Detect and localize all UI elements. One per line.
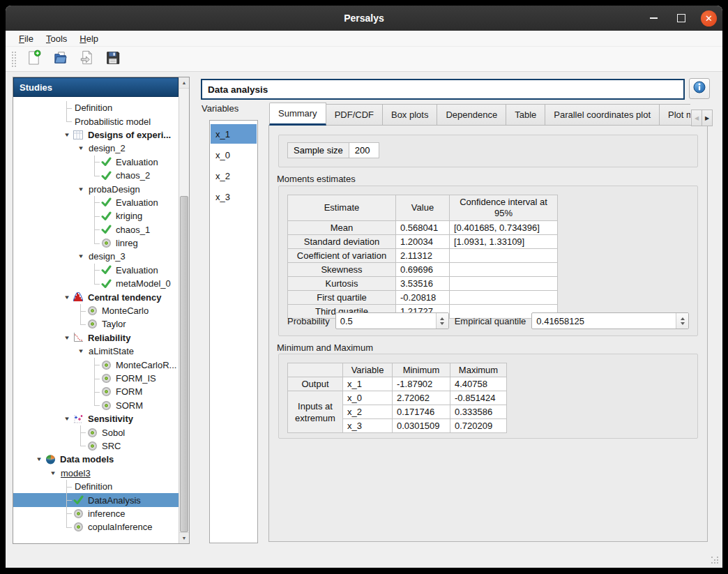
tree-item-probabilistic-model[interactable]: Probabilistic model bbox=[13, 114, 189, 128]
resize-grip[interactable] bbox=[711, 557, 720, 565]
spinbox-arrows[interactable] bbox=[436, 313, 448, 328]
spin-down-icon[interactable] bbox=[681, 322, 685, 325]
tree-item-design-3[interactable]: ▼design_3 bbox=[13, 250, 189, 263]
probability-value[interactable]: 0.5 bbox=[336, 313, 436, 328]
minimize-button[interactable] bbox=[645, 10, 662, 27]
tree-item-evaluation[interactable]: Evaluation bbox=[13, 156, 189, 169]
save-button[interactable] bbox=[103, 49, 123, 70]
gear-icon bbox=[86, 440, 98, 451]
tree-item-model3[interactable]: ▼model3 bbox=[13, 467, 189, 480]
variable-item-x-2[interactable]: x_2 bbox=[211, 166, 257, 186]
chevron-down-icon[interactable]: ▼ bbox=[77, 186, 84, 192]
tree-branch-line bbox=[89, 196, 100, 209]
chevron-down-icon[interactable]: ▼ bbox=[50, 470, 56, 476]
menu-help[interactable]: Help bbox=[73, 32, 105, 45]
tree-item-definition[interactable]: Definition bbox=[13, 101, 189, 114]
analysis-name-text: Data analysis bbox=[208, 84, 268, 95]
variable-item-x-1[interactable]: x_1 bbox=[211, 124, 257, 144]
menu-tools[interactable]: Tools bbox=[40, 32, 73, 45]
tree-item-sorm[interactable]: SORM bbox=[13, 399, 189, 412]
tree-item-chaos-2[interactable]: chaos_2 bbox=[13, 169, 189, 182]
import-button[interactable] bbox=[76, 49, 97, 70]
check-icon bbox=[100, 170, 112, 181]
analysis-name-input[interactable]: Data analysis bbox=[201, 79, 685, 100]
chevron-down-icon[interactable]: ▼ bbox=[77, 348, 84, 354]
tree-item-inference[interactable]: inference bbox=[13, 507, 189, 520]
table-row: Kurtosis3.53516 bbox=[288, 277, 558, 291]
studies-header-label: Studies bbox=[20, 82, 52, 93]
studies-tree: DefinitionProbabilistic model▼Designs of… bbox=[13, 97, 189, 539]
tab-pdf-cdf[interactable]: PDF/CDF bbox=[326, 104, 383, 126]
scrollbar-up-button[interactable]: ▲ bbox=[179, 77, 189, 89]
tree-item-definition[interactable]: Definition bbox=[13, 480, 189, 493]
tree-item-sobol[interactable]: Sobol bbox=[13, 425, 189, 439]
tree-item-linreg[interactable]: linreg bbox=[13, 236, 189, 250]
tree-item-evaluation[interactable]: Evaluation bbox=[13, 264, 189, 277]
info-button[interactable] bbox=[689, 78, 710, 99]
spinbox-arrows[interactable] bbox=[676, 313, 688, 328]
tree-item-montecarlor[interactable]: MonteCarloR... bbox=[13, 358, 189, 371]
tree-item-metamodel-0[interactable]: metaModel_0 bbox=[13, 277, 189, 290]
tree-item-probadesign[interactable]: ▼probaDesign bbox=[13, 182, 189, 195]
chevron-down-icon[interactable]: ▼ bbox=[63, 132, 70, 138]
tab-parallel-coordinates-plot[interactable]: Parallel coordinates plot bbox=[545, 104, 660, 126]
tree-item-data-models[interactable]: ▼Data models bbox=[13, 453, 189, 466]
variable-item-x-0[interactable]: x_0 bbox=[211, 145, 257, 165]
tree-item-designs-of-experi[interactable]: ▼Designs of experi... bbox=[13, 128, 189, 142]
tree-item-form-is[interactable]: FORM_IS bbox=[13, 372, 189, 385]
tab-table[interactable]: Table bbox=[506, 104, 545, 126]
application-window: Persalys ✕ File Tools Help Studies Defin… bbox=[6, 6, 722, 568]
tree-item-dataanalysis[interactable]: DataAnalysis bbox=[13, 493, 189, 506]
tree-item-src[interactable]: SRC bbox=[13, 439, 189, 453]
tree-item-design-2[interactable]: ▼design_2 bbox=[13, 142, 189, 155]
chevron-down-icon[interactable]: ▼ bbox=[63, 335, 70, 341]
central-tendency-icon bbox=[73, 292, 84, 303]
variable-item-x-3[interactable]: x_3 bbox=[211, 187, 257, 206]
chevron-down-icon[interactable]: ▼ bbox=[36, 456, 43, 462]
tree-item-form[interactable]: FORM bbox=[13, 385, 189, 398]
tab-scroll-right-button[interactable]: ▶ bbox=[702, 109, 713, 126]
tree-branch-line bbox=[75, 425, 86, 439]
minmax-value: x_3 bbox=[343, 419, 393, 433]
tab-dependence[interactable]: Dependence bbox=[437, 104, 506, 126]
tree-item-reliability[interactable]: ▼Reliability bbox=[13, 331, 189, 345]
maximize-button[interactable] bbox=[673, 10, 690, 27]
menu-file[interactable]: File bbox=[13, 32, 40, 45]
tab-plot-matrix[interactable]: Plot matrix bbox=[660, 104, 690, 126]
tree-indent: ▼ bbox=[61, 412, 73, 425]
tree-branch-line bbox=[61, 493, 73, 506]
tree-item-evaluation[interactable]: Evaluation bbox=[13, 196, 189, 209]
chevron-down-icon[interactable]: ▼ bbox=[63, 294, 70, 301]
tree-item-montecarlo[interactable]: MonteCarlo bbox=[13, 304, 189, 317]
tree-item-alimitstate[interactable]: ▼aLimitState bbox=[13, 345, 189, 358]
spin-up-icon[interactable] bbox=[681, 317, 685, 320]
empirical-quantile-spinbox[interactable]: 0.41658125 bbox=[531, 312, 689, 329]
tree-item-central-tendency[interactable]: ▼Central tendency bbox=[13, 290, 189, 303]
tree-item-kriging[interactable]: kriging bbox=[13, 209, 189, 222]
chevron-down-icon[interactable]: ▼ bbox=[63, 416, 70, 422]
tree-branch-line bbox=[89, 372, 100, 385]
tree-item-label: metaModel_0 bbox=[114, 278, 173, 289]
title-bar[interactable]: Persalys ✕ bbox=[6, 6, 722, 31]
probability-spinbox[interactable]: 0.5 bbox=[335, 312, 449, 329]
tree-item-taylor[interactable]: Taylor bbox=[13, 317, 189, 331]
spin-up-icon[interactable] bbox=[440, 317, 444, 320]
empirical-quantile-value[interactable]: 0.41658125 bbox=[532, 313, 676, 328]
new-study-button[interactable] bbox=[23, 49, 44, 70]
tree-item-chaos-1[interactable]: chaos_1 bbox=[13, 223, 189, 236]
spin-down-icon[interactable] bbox=[440, 322, 444, 325]
scrollbar-thumb[interactable] bbox=[180, 196, 188, 532]
tree-item-copulainference[interactable]: copulaInference bbox=[13, 520, 189, 534]
tab-scroll-left-button[interactable]: ◀ bbox=[691, 109, 702, 126]
scrollbar-down-button[interactable]: ▼ bbox=[179, 532, 189, 543]
tree-item-label: copulaInference bbox=[86, 522, 155, 532]
tree-item-sensitivity[interactable]: ▼Sensitivity bbox=[13, 412, 189, 425]
tab-summary[interactable]: Summary bbox=[269, 103, 326, 126]
chevron-down-icon[interactable]: ▼ bbox=[77, 253, 84, 259]
close-button[interactable]: ✕ bbox=[701, 10, 717, 27]
open-study-button[interactable] bbox=[50, 49, 70, 70]
chevron-down-icon[interactable]: ▼ bbox=[77, 145, 84, 151]
tree-scrollbar[interactable]: ▲ ▼ bbox=[179, 77, 189, 543]
toolbar-drag-handle[interactable] bbox=[11, 51, 16, 68]
tab-box-plots[interactable]: Box plots bbox=[383, 104, 437, 126]
